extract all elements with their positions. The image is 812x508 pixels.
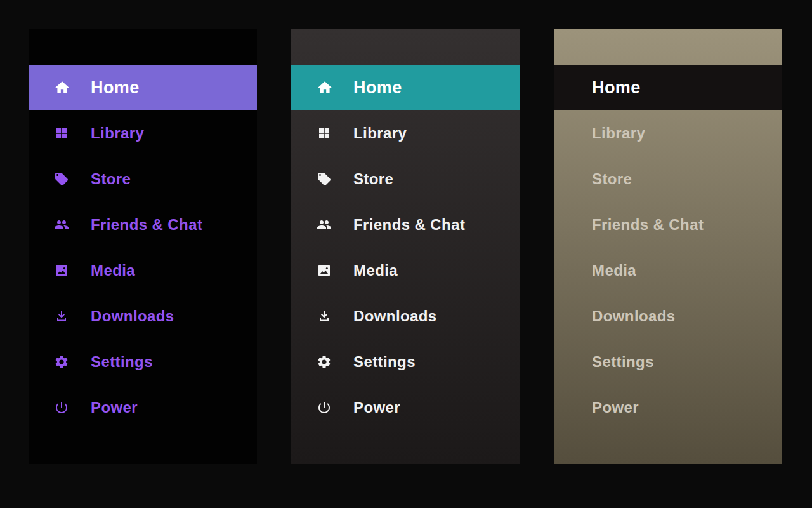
menu-item-label: Library (91, 124, 144, 142)
menu-item-downloads[interactable]: Downloads (291, 293, 520, 339)
menu-item-downloads[interactable]: Downloads (29, 293, 257, 339)
menu-item-friends-chat[interactable]: Friends & Chat (291, 202, 520, 248)
menu-item-settings[interactable]: Settings (291, 339, 520, 385)
menu-item-label: Media (353, 262, 398, 279)
menu-item-label: Store (91, 170, 131, 188)
library-icon (317, 126, 332, 141)
menu-item-label: Friends & Chat (91, 216, 202, 234)
downloads-icon (54, 309, 69, 324)
menu-item-label: Power (353, 399, 400, 417)
menu-item-label: Settings (353, 353, 416, 371)
menu-item-power[interactable]: Power (554, 385, 782, 431)
store-icon (317, 171, 332, 187)
menu-item-store[interactable]: Store (291, 156, 520, 202)
menu-item-label: Settings (592, 353, 654, 371)
menu-item-library[interactable]: Library (291, 110, 520, 156)
menu-item-label: Downloads (91, 307, 174, 325)
menu-item-power[interactable]: Power (291, 385, 520, 431)
menu-item-label: Media (592, 262, 636, 279)
menu-item-power[interactable]: Power (29, 385, 257, 431)
friends-icon (317, 217, 332, 232)
menu-item-label: Library (592, 124, 645, 142)
menu-item-label: Library (353, 124, 407, 142)
library-icon (54, 126, 69, 141)
menu-item-label: Downloads (353, 307, 437, 325)
power-icon (317, 400, 332, 415)
menu-item-label: Power (91, 399, 138, 417)
power-icon (54, 400, 69, 415)
menu-item-label: Home (592, 78, 641, 98)
menu-item-library[interactable]: Library (29, 110, 257, 156)
menu-item-label: Friends & Chat (353, 216, 465, 234)
store-icon (54, 171, 69, 187)
settings-icon (317, 354, 332, 370)
settings-icon (54, 354, 69, 370)
menu-item-settings[interactable]: Settings (554, 339, 782, 385)
menu-item-media[interactable]: Media (291, 248, 520, 293)
menu-item-home[interactable]: Home (29, 65, 257, 110)
panel-header (29, 29, 257, 65)
sidebar-panel-teal: Home Library Store Friends & Chat Media … (291, 29, 520, 464)
menu-item-label: Friends & Chat (592, 216, 704, 234)
media-icon (317, 263, 332, 278)
menu-item-label: Downloads (592, 307, 676, 325)
menu-item-friends-chat[interactable]: Friends & Chat (554, 202, 782, 248)
menu-item-label: Store (592, 170, 632, 188)
panel-header (291, 29, 520, 65)
menu-item-store[interactable]: Store (29, 156, 257, 202)
menu-item-label: Media (91, 262, 135, 279)
media-icon (54, 263, 69, 278)
sidebar-panel-purple: Home Library Store Friends & Chat Media … (29, 29, 257, 464)
menu-item-library[interactable]: Library (554, 110, 782, 156)
menu-item-media[interactable]: Media (554, 248, 782, 293)
menu-item-label: Home (353, 78, 402, 98)
home-icon (317, 79, 333, 96)
menu-item-store[interactable]: Store (554, 156, 782, 202)
menu-item-settings[interactable]: Settings (29, 339, 257, 385)
home-icon (54, 79, 70, 96)
sidebar-panel-tan: Home Library Store Friends & Chat Media … (554, 29, 782, 464)
downloads-icon (317, 309, 332, 324)
menu-item-home[interactable]: Home (291, 65, 520, 110)
menu-item-label: Power (592, 399, 639, 417)
menu-item-downloads[interactable]: Downloads (554, 293, 782, 339)
menu-item-label: Settings (91, 353, 153, 371)
menu-item-label: Home (91, 78, 140, 98)
menu-item-label: Store (353, 170, 393, 188)
menu-item-home[interactable]: Home (554, 65, 782, 110)
friends-icon (54, 217, 69, 232)
menu-item-media[interactable]: Media (29, 248, 257, 293)
menu-item-friends-chat[interactable]: Friends & Chat (29, 202, 257, 248)
panel-header (554, 29, 782, 65)
